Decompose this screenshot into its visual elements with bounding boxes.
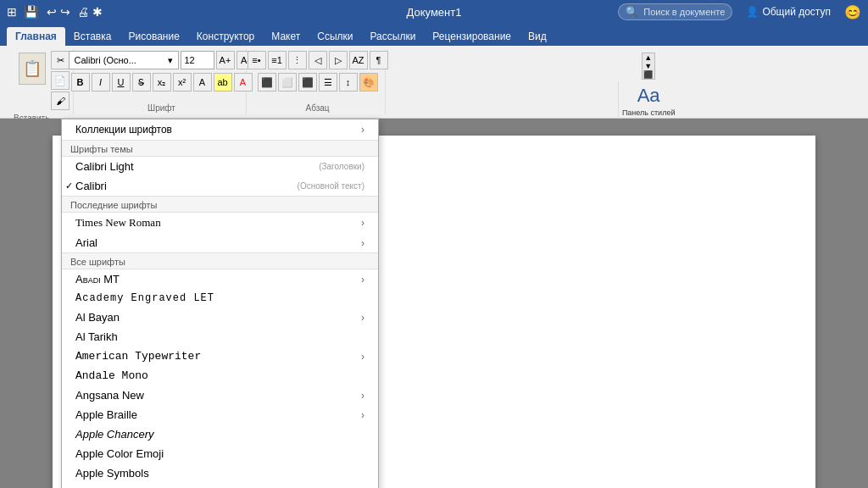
font-angsana[interactable]: Angsana New › xyxy=(62,385,378,405)
font-arial-recent-label: Arial xyxy=(75,236,97,249)
font-calibri-sub: (Основной текст) xyxy=(298,181,364,191)
align-right-button[interactable]: ⬛ xyxy=(298,73,317,92)
font-arial-recent-arrow: › xyxy=(361,237,364,249)
tab-insert[interactable]: Вставка xyxy=(65,27,120,46)
search-icon: 🔍 xyxy=(626,6,638,18)
document-title: Документ1 xyxy=(407,6,462,19)
tab-references[interactable]: Ссылки xyxy=(309,27,361,46)
search-box[interactable]: 🔍 Поиск в документе xyxy=(618,3,732,20)
collections-item[interactable]: Коллекции шрифтов › xyxy=(62,119,378,140)
font-abadi[interactable]: Abadi MT › xyxy=(62,269,378,289)
styles-group: АаБбВгГд Обычный АаБбВгГд Без интерва...… xyxy=(389,49,868,114)
styles-scroll[interactable]: ▲ ▼ ⬛ xyxy=(642,53,655,80)
font-apple-color-emoji-label: Apple Color Emoji xyxy=(75,447,164,460)
font-calibri[interactable]: Calibri (Основной текст) xyxy=(62,176,378,196)
account-icon[interactable]: 😊 xyxy=(844,4,861,20)
tab-review[interactable]: Рецензирование xyxy=(424,27,520,46)
font-times[interactable]: Times New Roman › xyxy=(62,213,378,233)
sort-button[interactable]: AZ xyxy=(349,51,368,69)
share-button[interactable]: 👤 Общий доступ xyxy=(746,6,831,18)
font-group-label: Шрифт xyxy=(147,103,175,113)
font-dropdown: Коллекции шрифтов › Шрифты темы Calibri … xyxy=(61,119,379,488)
search-placeholder: Поиск в документе xyxy=(643,7,725,17)
font-angsana-arrow: › xyxy=(361,390,364,402)
panel-icon: Aa xyxy=(637,85,660,107)
align-left-button[interactable]: ⬛ xyxy=(258,73,276,92)
show-marks-button[interactable]: ¶ xyxy=(370,51,388,69)
ribbon-tabs: Главная Вставка Рисование Конструктор Ма… xyxy=(0,24,868,46)
font-apple-chancery-label: Apple Chancery xyxy=(75,428,154,441)
numbering-button[interactable]: ≡1 xyxy=(268,51,287,69)
font-format-row: B I U S̶ x₂ x² A ab A xyxy=(71,73,253,92)
decrease-indent-button[interactable]: ◁ xyxy=(309,51,327,69)
tab-home[interactable]: Главная xyxy=(7,27,65,46)
panel-label: Панель стилей xyxy=(622,108,676,117)
tab-view[interactable]: Вид xyxy=(520,27,555,46)
paste-button[interactable]: 📋 xyxy=(14,51,51,110)
title-bar-right: 🔍 Поиск в документе 👤 Общий доступ 😊 xyxy=(618,3,861,20)
font-al-bayan-arrow: › xyxy=(361,312,364,324)
increase-indent-button[interactable]: ▷ xyxy=(329,51,348,69)
bold-button[interactable]: B xyxy=(71,73,90,92)
underline-button[interactable]: U xyxy=(112,73,131,92)
font-calibri-light-sub: (Заголовки) xyxy=(319,162,364,171)
cut-button[interactable]: ✂ xyxy=(51,51,70,69)
font-american-typewriter-label: American Typewriter xyxy=(75,350,201,363)
font-abadi-arrow: › xyxy=(361,274,364,286)
multilevel-button[interactable]: ⋮ xyxy=(288,51,307,69)
justify-button[interactable]: ☰ xyxy=(319,73,337,92)
font-name-value: Calibri (Осно... xyxy=(75,55,136,65)
font-apple-color-emoji[interactable]: Apple Color Emoji xyxy=(62,444,378,463)
font-calibri-label: Calibri xyxy=(75,180,107,192)
font-andale-mono-label: Andale Mono xyxy=(75,369,148,382)
font-size-selector[interactable]: 12 xyxy=(181,51,214,69)
font-academy-label: Academy Engraved LET xyxy=(75,292,214,304)
font-american-typewriter[interactable]: American Typewriter › xyxy=(62,347,378,366)
font-al-tarikh[interactable]: Al Tarikh xyxy=(62,327,378,347)
font-andale-mono[interactable]: Andale Mono xyxy=(62,366,378,385)
font-al-bayan[interactable]: Al Bayan › xyxy=(62,308,378,327)
tab-design[interactable]: Конструктор xyxy=(188,27,263,46)
font-academy[interactable]: Academy Engraved LET xyxy=(62,289,378,308)
strikethrough-button[interactable]: S̶ xyxy=(132,73,151,92)
paragraph-group: ≡• ≡1 ⋮ ◁ ▷ AZ ¶ ⬛ ⬜ ⬛ ☰ ↕ 🎨 Абзац xyxy=(250,49,386,114)
align-center-button[interactable]: ⬜ xyxy=(278,73,297,92)
font-apple-symbols-label: Apple Symbols xyxy=(75,467,149,480)
text-effects-button[interactable]: A xyxy=(193,73,212,92)
format-painter-button[interactable]: 🖌 xyxy=(51,92,70,110)
font-arial-recent[interactable]: Arial › xyxy=(62,233,378,252)
text-highlight-button[interactable]: ab xyxy=(214,73,232,92)
font-times-label: Times New Roman xyxy=(75,216,161,230)
collections-arrow: › xyxy=(361,124,364,136)
para-color-button[interactable]: 🎨 xyxy=(359,73,378,92)
font-group: Calibri (Осно... ▾ 12 A+ A- B I U S̶ x₂ … xyxy=(77,49,247,114)
font-apple-braille-arrow: › xyxy=(361,409,364,421)
font-grow-button[interactable]: A+ xyxy=(216,51,235,69)
font-name-selector[interactable]: Calibri (Осно... ▾ xyxy=(69,51,179,69)
font-angsana-label: Angsana New xyxy=(75,389,144,402)
paste-group: 📋 ✂ 📄 🖌 Вставить xyxy=(7,49,74,114)
styles-panel-button[interactable]: Aa Панель стилей xyxy=(618,81,679,120)
tab-layout[interactable]: Макет xyxy=(263,27,309,46)
font-calibri-light[interactable]: Calibri Light (Заголовки) xyxy=(62,157,378,176)
font-apple-chancery[interactable]: Apple Chancery xyxy=(62,424,378,444)
font-apple-braille[interactable]: Apple Braille › xyxy=(62,405,378,424)
bullets-button[interactable]: ≡• xyxy=(248,51,266,69)
subscript-button[interactable]: x₂ xyxy=(153,73,171,92)
font-apple-symbols[interactable]: Apple Symbols xyxy=(62,463,378,483)
recent-fonts-header: Последние шрифты xyxy=(62,196,378,213)
font-calibri-light-label: Calibri Light xyxy=(75,160,134,173)
font-al-bayan-label: Al Bayan xyxy=(75,311,120,324)
tab-draw[interactable]: Рисование xyxy=(120,27,187,46)
italic-button[interactable]: I xyxy=(92,73,110,92)
font-apple-braille-label: Apple Braille xyxy=(75,408,137,421)
tab-mailing[interactable]: Рассылки xyxy=(362,27,425,46)
line-spacing-button[interactable]: ↕ xyxy=(339,73,358,92)
font-arial[interactable]: Arial › xyxy=(62,483,378,488)
copy-button[interactable]: 📄 xyxy=(51,71,70,90)
superscript-button[interactable]: x² xyxy=(173,73,192,92)
font-size-value: 12 xyxy=(185,55,195,65)
window-controls[interactable]: ⊞ 💾 ↩ ↪ 🖨 ✱ xyxy=(7,5,103,19)
align-row: ⬛ ⬜ ⬛ ☰ ↕ 🎨 xyxy=(258,73,378,92)
theme-fonts-header: Шрифты темы xyxy=(62,140,378,157)
